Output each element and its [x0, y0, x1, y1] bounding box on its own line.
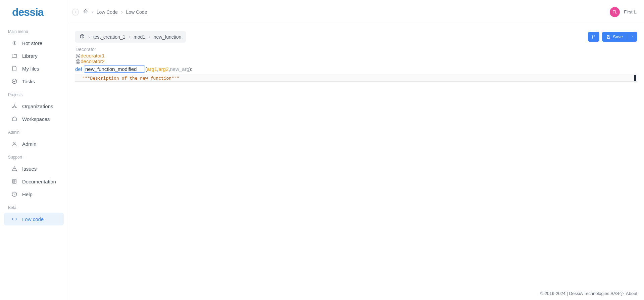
warning-icon — [11, 166, 17, 172]
docstring[interactable]: """Description of the new function""" — [75, 75, 637, 82]
decorator-line: @decorator2 — [76, 58, 637, 64]
content: › test_creation_1 › mod1 › new_function … — [68, 24, 644, 287]
sidebar-item-bot-store[interactable]: Bot store — [0, 37, 68, 49]
sidebar-item-label: Organizations — [22, 103, 53, 109]
chevron-right-icon: › — [129, 34, 130, 40]
bot-store-icon — [11, 40, 17, 46]
home-icon[interactable] — [83, 9, 88, 15]
editor: Decorator @decorator1 @decorator2 def ( … — [75, 47, 637, 287]
package-icon — [80, 34, 85, 40]
briefcase-icon — [11, 116, 17, 122]
chevron-right-icon: › — [88, 34, 90, 40]
function-name-input[interactable] — [84, 66, 145, 73]
breadcrumb-item[interactable]: new_function — [154, 34, 182, 40]
sidebar-item-label: Tasks — [22, 79, 35, 84]
collapse-sidebar-button[interactable] — [72, 9, 79, 15]
content-breadcrumb: › test_creation_1 › mod1 › new_function — [75, 31, 186, 43]
arg[interactable]: arg2 — [158, 66, 168, 72]
sidebar-item-help[interactable]: Help — [0, 188, 68, 201]
sidebar-item-label: Low code — [22, 216, 44, 222]
branch-icon — [591, 35, 596, 39]
svg-point-6 — [14, 142, 15, 144]
sidebar-item-label: Library — [22, 53, 38, 59]
sidebar-item-label: Workspaces — [22, 116, 50, 122]
save-label: Save — [613, 34, 623, 39]
folder-icon — [11, 53, 17, 59]
sidebar-item-label: Bot store — [22, 40, 42, 46]
svg-point-11 — [595, 35, 595, 36]
chevron-right-icon: › — [149, 34, 150, 40]
logo: dessia — [0, 6, 68, 25]
sidebar-item-label: Issues — [22, 166, 37, 172]
function-definition: def ( arg1, arg2, new_arg ): — [75, 66, 637, 73]
sidebar-item-admin[interactable]: Admin — [0, 137, 68, 150]
sidebar-item-library[interactable]: Library — [0, 49, 68, 62]
breadcrumb-item[interactable]: test_creation_1 — [93, 34, 126, 40]
svg-point-3 — [12, 107, 13, 108]
file-icon — [11, 66, 17, 72]
chevron-left-icon — [74, 10, 77, 14]
svg-rect-12 — [608, 35, 609, 36]
sidebar-item-label: Documentation — [22, 179, 56, 184]
doc-icon — [11, 178, 17, 184]
username: First L. — [624, 9, 637, 14]
sidebar-item-label: Admin — [22, 141, 37, 147]
svg-point-10 — [592, 38, 593, 38]
svg-point-1 — [12, 79, 17, 84]
sidebar-item-issues[interactable]: Issues — [0, 162, 68, 175]
sidebar-item-low-code[interactable]: Low code — [4, 213, 64, 225]
check-circle-icon — [11, 78, 17, 84]
topbar: › Low Code › Low Code FL First L. — [68, 0, 644, 24]
svg-rect-5 — [12, 118, 16, 121]
save-button[interactable]: Save — [602, 32, 637, 42]
chevron-down-icon[interactable] — [627, 34, 635, 39]
arg[interactable]: new_arg — [170, 66, 189, 72]
info-icon — [619, 291, 624, 296]
svg-point-0 — [14, 43, 15, 44]
sidebar-item-documentation[interactable]: Documentation — [0, 175, 68, 188]
svg-point-4 — [15, 107, 16, 108]
decorator-line: @decorator1 — [76, 53, 637, 58]
svg-point-2 — [14, 104, 15, 105]
main: › Low Code › Low Code FL First L. › test… — [68, 0, 644, 300]
decorator-label: Decorator — [76, 47, 637, 52]
copyright: © 2016-2024 | DessiA Technologies SAS — [540, 291, 619, 296]
about-link[interactable]: About — [619, 291, 637, 296]
save-icon — [606, 35, 611, 39]
section-support: Support — [0, 150, 68, 162]
sidebar: dessia Main menu Bot store Library My fi… — [0, 0, 68, 300]
code-icon — [11, 216, 17, 222]
sidebar-item-label: My files — [22, 66, 39, 72]
sidebar-item-label: Help — [22, 191, 33, 197]
breadcrumb-item[interactable]: Low Code — [126, 9, 147, 15]
section-main-menu: Main menu — [0, 25, 68, 37]
breadcrumb-item[interactable]: Low Code — [97, 9, 118, 15]
avatar[interactable]: FL — [610, 7, 620, 17]
footer: © 2016-2024 | DessiA Technologies SAS Ab… — [68, 287, 644, 300]
section-admin: Admin — [0, 125, 68, 137]
branch-button[interactable] — [588, 32, 599, 42]
svg-point-9 — [592, 35, 593, 36]
logo-text: dessia — [12, 6, 44, 18]
svg-rect-13 — [608, 37, 609, 38]
sidebar-item-organizations[interactable]: Organizations — [0, 100, 68, 113]
chevron-right-icon: › — [121, 9, 123, 15]
breadcrumb: › Low Code › Low Code — [83, 9, 147, 15]
org-icon — [11, 103, 17, 109]
section-beta: Beta — [0, 201, 68, 213]
admin-icon — [11, 141, 17, 147]
sidebar-item-my-files[interactable]: My files — [0, 62, 68, 75]
breadcrumb-item[interactable]: mod1 — [134, 34, 145, 40]
help-icon — [11, 191, 17, 197]
chevron-right-icon: › — [92, 9, 93, 15]
arg[interactable]: arg1 — [147, 66, 157, 72]
sidebar-item-tasks[interactable]: Tasks — [0, 75, 68, 88]
section-projects: Projects — [0, 88, 68, 100]
sidebar-item-workspaces[interactable]: Workspaces — [0, 113, 68, 125]
def-keyword: def — [75, 66, 82, 72]
